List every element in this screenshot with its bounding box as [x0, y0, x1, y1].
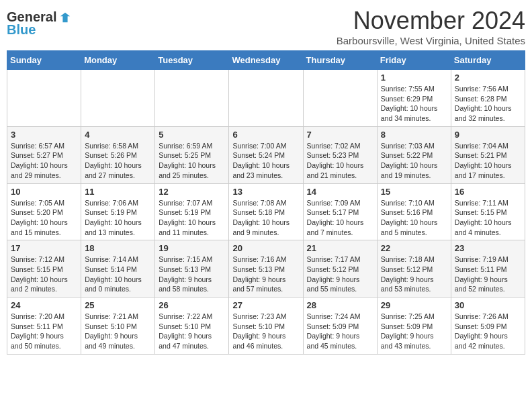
calendar-week-row: 24Sunrise: 7:20 AMSunset: 5:11 PMDayligh… — [7, 298, 525, 355]
calendar-day-23: 23Sunrise: 7:19 AMSunset: 5:11 PMDayligh… — [451, 240, 525, 298]
calendar-empty-cell — [7, 70, 81, 127]
day-number: 24 — [11, 300, 77, 310]
page-header: General Blue November 2024 Barboursville… — [7, 7, 525, 46]
calendar-day-28: 28Sunrise: 7:24 AMSunset: 5:09 PMDayligh… — [303, 298, 377, 355]
logo-flag-icon — [59, 11, 71, 24]
month-title: November 2024 — [337, 7, 525, 35]
weekday-header-monday: Monday — [81, 51, 155, 70]
day-info: Sunrise: 7:14 AMSunset: 5:14 PMDaylight:… — [85, 255, 151, 294]
day-info: Sunrise: 7:18 AMSunset: 5:12 PMDaylight:… — [381, 255, 447, 294]
day-info: Sunrise: 7:05 AMSunset: 5:20 PMDaylight:… — [11, 198, 77, 238]
day-number: 28 — [307, 300, 373, 310]
calendar-week-row: 10Sunrise: 7:05 AMSunset: 5:20 PMDayligh… — [7, 183, 525, 240]
calendar-day-27: 27Sunrise: 7:23 AMSunset: 5:10 PMDayligh… — [229, 298, 303, 355]
logo: General Blue — [7, 7, 71, 38]
day-info: Sunrise: 7:07 AMSunset: 5:19 PMDaylight:… — [159, 198, 225, 238]
day-info: Sunrise: 7:17 AMSunset: 5:12 PMDaylight:… — [307, 255, 373, 294]
title-block: November 2024 Barboursville, West Virgin… — [337, 7, 525, 46]
calendar-day-12: 12Sunrise: 7:07 AMSunset: 5:19 PMDayligh… — [155, 183, 229, 240]
day-number: 5 — [159, 130, 225, 140]
calendar-day-3: 3Sunrise: 6:57 AMSunset: 5:27 PMDaylight… — [7, 126, 81, 183]
day-number: 25 — [85, 300, 151, 310]
day-info: Sunrise: 7:09 AMSunset: 5:17 PMDaylight:… — [307, 198, 373, 238]
day-number: 29 — [381, 300, 447, 310]
calendar-day-6: 6Sunrise: 7:00 AMSunset: 5:24 PMDaylight… — [229, 126, 303, 183]
weekday-header-tuesday: Tuesday — [155, 51, 229, 70]
day-info: Sunrise: 7:26 AMSunset: 5:09 PMDaylight:… — [455, 312, 521, 351]
day-number: 10 — [11, 187, 77, 197]
calendar-day-10: 10Sunrise: 7:05 AMSunset: 5:20 PMDayligh… — [7, 183, 81, 240]
weekday-header-wednesday: Wednesday — [229, 51, 303, 70]
calendar-week-row: 3Sunrise: 6:57 AMSunset: 5:27 PMDaylight… — [7, 126, 525, 183]
calendar-day-15: 15Sunrise: 7:10 AMSunset: 5:16 PMDayligh… — [377, 183, 451, 240]
calendar-empty-cell — [81, 70, 155, 127]
day-info: Sunrise: 7:22 AMSunset: 5:10 PMDaylight:… — [159, 312, 225, 351]
day-number: 11 — [85, 187, 151, 197]
calendar-day-14: 14Sunrise: 7:09 AMSunset: 5:17 PMDayligh… — [303, 183, 377, 240]
calendar-day-17: 17Sunrise: 7:12 AMSunset: 5:15 PMDayligh… — [7, 240, 81, 298]
day-info: Sunrise: 7:56 AMSunset: 6:28 PMDaylight:… — [455, 84, 521, 124]
calendar-day-24: 24Sunrise: 7:20 AMSunset: 5:11 PMDayligh… — [7, 298, 81, 355]
day-info: Sunrise: 6:57 AMSunset: 5:27 PMDaylight:… — [11, 141, 77, 181]
day-info: Sunrise: 7:55 AMSunset: 6:29 PMDaylight:… — [381, 84, 447, 124]
calendar-day-25: 25Sunrise: 7:21 AMSunset: 5:10 PMDayligh… — [81, 298, 155, 355]
svg-marker-0 — [60, 12, 70, 21]
day-number: 2 — [455, 73, 521, 83]
weekday-header-thursday: Thursday — [303, 51, 377, 70]
calendar-day-4: 4Sunrise: 6:58 AMSunset: 5:26 PMDaylight… — [81, 126, 155, 183]
day-info: Sunrise: 7:21 AMSunset: 5:10 PMDaylight:… — [85, 312, 151, 351]
calendar-day-2: 2Sunrise: 7:56 AMSunset: 6:28 PMDaylight… — [451, 70, 525, 127]
day-info: Sunrise: 7:15 AMSunset: 5:13 PMDaylight:… — [159, 255, 225, 294]
day-info: Sunrise: 7:24 AMSunset: 5:09 PMDaylight:… — [307, 312, 373, 351]
calendar-day-20: 20Sunrise: 7:16 AMSunset: 5:13 PMDayligh… — [229, 240, 303, 298]
day-number: 4 — [85, 130, 151, 140]
day-number: 14 — [307, 187, 373, 197]
location-subtitle: Barboursville, West Virginia, United Sta… — [337, 35, 525, 46]
day-number: 30 — [455, 300, 521, 310]
logo-blue-text: Blue — [7, 22, 36, 38]
day-info: Sunrise: 7:00 AMSunset: 5:24 PMDaylight:… — [232, 141, 299, 181]
day-info: Sunrise: 7:10 AMSunset: 5:16 PMDaylight:… — [381, 198, 447, 238]
calendar-day-13: 13Sunrise: 7:08 AMSunset: 5:18 PMDayligh… — [229, 183, 303, 240]
calendar-empty-cell — [303, 70, 377, 127]
calendar-day-29: 29Sunrise: 7:25 AMSunset: 5:09 PMDayligh… — [377, 298, 451, 355]
day-info: Sunrise: 7:02 AMSunset: 5:23 PMDaylight:… — [307, 141, 373, 181]
day-info: Sunrise: 6:59 AMSunset: 5:25 PMDaylight:… — [159, 141, 225, 181]
calendar-day-7: 7Sunrise: 7:02 AMSunset: 5:23 PMDaylight… — [303, 126, 377, 183]
calendar-day-16: 16Sunrise: 7:11 AMSunset: 5:15 PMDayligh… — [451, 183, 525, 240]
day-number: 16 — [455, 187, 521, 197]
day-info: Sunrise: 7:08 AMSunset: 5:18 PMDaylight:… — [232, 198, 299, 238]
day-number: 3 — [11, 130, 77, 140]
calendar-empty-cell — [229, 70, 303, 127]
day-info: Sunrise: 7:23 AMSunset: 5:10 PMDaylight:… — [232, 312, 299, 351]
day-number: 27 — [232, 300, 299, 310]
calendar-week-row: 1Sunrise: 7:55 AMSunset: 6:29 PMDaylight… — [7, 70, 525, 127]
day-number: 23 — [455, 243, 521, 253]
day-info: Sunrise: 7:04 AMSunset: 5:21 PMDaylight:… — [455, 141, 521, 181]
day-info: Sunrise: 6:58 AMSunset: 5:26 PMDaylight:… — [85, 141, 151, 181]
weekday-header-saturday: Saturday — [451, 51, 525, 70]
calendar-day-30: 30Sunrise: 7:26 AMSunset: 5:09 PMDayligh… — [451, 298, 525, 355]
day-number: 19 — [159, 243, 225, 253]
calendar-day-26: 26Sunrise: 7:22 AMSunset: 5:10 PMDayligh… — [155, 298, 229, 355]
day-info: Sunrise: 7:19 AMSunset: 5:11 PMDaylight:… — [455, 255, 521, 294]
calendar-day-1: 1Sunrise: 7:55 AMSunset: 6:29 PMDaylight… — [377, 70, 451, 127]
calendar-day-19: 19Sunrise: 7:15 AMSunset: 5:13 PMDayligh… — [155, 240, 229, 298]
day-number: 26 — [159, 300, 225, 310]
day-number: 22 — [381, 243, 447, 253]
calendar-day-11: 11Sunrise: 7:06 AMSunset: 5:19 PMDayligh… — [81, 183, 155, 240]
day-number: 18 — [85, 243, 151, 253]
day-info: Sunrise: 7:06 AMSunset: 5:19 PMDaylight:… — [85, 198, 151, 238]
day-number: 15 — [381, 187, 447, 197]
day-number: 13 — [232, 187, 299, 197]
day-number: 9 — [455, 130, 521, 140]
calendar-day-21: 21Sunrise: 7:17 AMSunset: 5:12 PMDayligh… — [303, 240, 377, 298]
day-number: 1 — [381, 73, 447, 83]
day-info: Sunrise: 7:03 AMSunset: 5:22 PMDaylight:… — [381, 141, 447, 181]
calendar-week-row: 17Sunrise: 7:12 AMSunset: 5:15 PMDayligh… — [7, 240, 525, 298]
calendar-day-22: 22Sunrise: 7:18 AMSunset: 5:12 PMDayligh… — [377, 240, 451, 298]
day-number: 12 — [159, 187, 225, 197]
day-info: Sunrise: 7:20 AMSunset: 5:11 PMDaylight:… — [11, 312, 77, 351]
day-info: Sunrise: 7:16 AMSunset: 5:13 PMDaylight:… — [232, 255, 299, 294]
day-number: 6 — [232, 130, 299, 140]
